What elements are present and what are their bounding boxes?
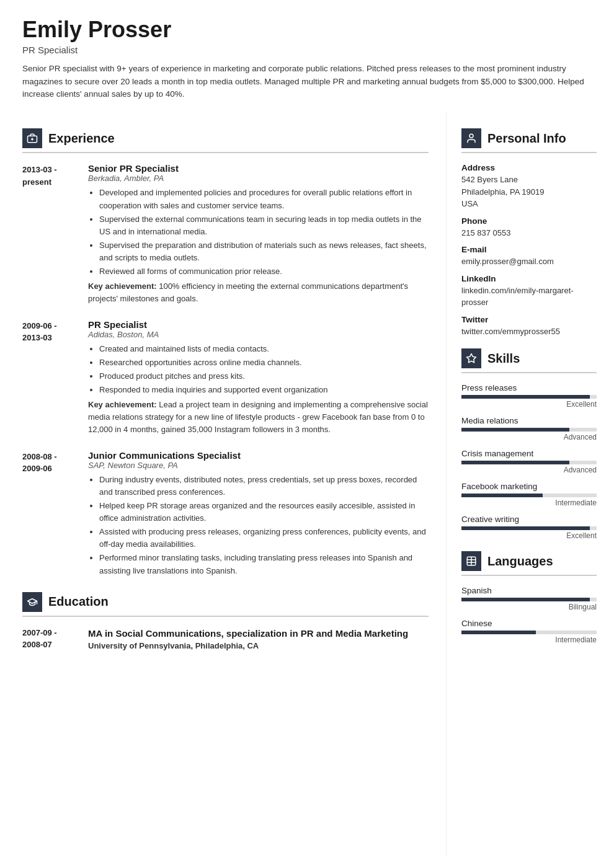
skill-item: Media relationsAdvanced	[461, 416, 597, 441]
skill-item: Crisis managementAdvanced	[461, 449, 597, 474]
personal-info-twitter-label: Twitter	[461, 315, 597, 324]
personal-info-icon	[461, 128, 481, 148]
candidate-title: PR Specialist	[22, 45, 592, 55]
language-level-label: Bilingual	[461, 603, 597, 611]
experience-bullet-item: Responded to media inquiries and support…	[99, 384, 429, 396]
skill-bar-fill	[461, 428, 569, 432]
skill-level-label: Advanced	[461, 433, 597, 441]
languages-section-title: Languages	[487, 554, 553, 569]
personal-info-email-label: E-mail	[461, 245, 597, 254]
language-bar-fill	[461, 631, 536, 634]
language-name: Spanish	[461, 586, 597, 595]
language-bar-bg	[461, 631, 597, 634]
experience-body: Junior Communications SpecialistSAP, New…	[88, 450, 429, 578]
skill-level-label: Intermediate	[461, 498, 597, 507]
skills-icon	[461, 348, 481, 368]
experience-bullets: Developed and implemented policies and p…	[88, 187, 429, 278]
experience-bullet-item: Reviewed all forms of communication prio…	[99, 265, 429, 278]
language-bar-bg	[461, 598, 597, 601]
personal-info-twitter[interactable]: twitter.com/emmyprosser55	[461, 326, 597, 338]
languages-list: SpanishBilingualChineseIntermediate	[461, 586, 597, 644]
personal-info-section-title: Personal Info	[487, 131, 566, 146]
skill-name: Crisis management	[461, 449, 597, 458]
experience-bullet-item: Performed minor translating tasks, inclu…	[99, 552, 429, 577]
skills-section-title: Skills	[487, 352, 520, 366]
experience-entry: 2009-06 - 2013-03PR SpecialistAdidas, Bo…	[22, 319, 429, 436]
personal-info-email[interactable]: emily.prosser@gmail.com	[461, 255, 597, 268]
experience-company: Adidas, Boston, MA	[88, 330, 429, 339]
left-column: Experience 2013-03 - presentSenior PR Sp…	[0, 111, 447, 856]
experience-bullet-item: Developed and implemented policies and p…	[99, 187, 429, 211]
experience-bullet-item: During industry events, distributed note…	[99, 474, 429, 498]
skill-bar-fill	[461, 395, 590, 399]
skill-level-label: Advanced	[461, 466, 597, 474]
skill-level-label: Excellent	[461, 531, 597, 540]
experience-achievement: Key achievement: 100% efficiency in meet…	[88, 280, 429, 305]
education-body: MA in Social Communications, specializat…	[88, 627, 429, 651]
svg-point-3	[469, 135, 473, 138]
personal-info-address-label: Address	[461, 163, 597, 172]
experience-company: SAP, Newton Square, PA	[88, 461, 429, 470]
personal-info-address: 542 Byers LanePhiladelphia, PA 19019USA	[461, 174, 597, 210]
experience-list: 2013-03 - presentSenior PR SpecialistBer…	[22, 163, 429, 578]
experience-body: PR SpecialistAdidas, Boston, MACreated a…	[88, 319, 429, 436]
experience-date: 2013-03 - present	[22, 163, 78, 305]
skill-name: Creative writing	[461, 515, 597, 524]
header-section: Emily Prosser PR Specialist Senior PR sp…	[0, 0, 614, 111]
experience-job-title: Senior PR Specialist	[88, 163, 429, 174]
experience-bullet-item: Researched opportunities across online m…	[99, 356, 429, 369]
experience-date: 2008-08 - 2009-06	[22, 450, 78, 578]
experience-job-title: Junior Communications Specialist	[88, 450, 429, 461]
experience-bullet-item: Helped keep PR storage areas organized a…	[99, 500, 429, 525]
experience-achievement: Key achievement: Lead a project team in …	[88, 399, 429, 436]
skills-section-header: Skills	[461, 348, 597, 373]
skill-bar-bg	[461, 494, 597, 497]
experience-company: Berkadia, Ambler, PA	[88, 174, 429, 183]
experience-bullets: During industry events, distributed note…	[88, 474, 429, 577]
language-name: Chinese	[461, 619, 597, 628]
personal-info-phone-label: Phone	[461, 216, 597, 226]
candidate-summary: Senior PR specialist with 9+ years of ex…	[22, 63, 592, 102]
personal-info-phone: 215 837 0553	[461, 227, 597, 239]
language-item: ChineseIntermediate	[461, 619, 597, 644]
skill-bar-fill	[461, 461, 569, 464]
education-school: University of Pennsylvania, Philadelphia…	[88, 641, 429, 650]
language-level-label: Intermediate	[461, 636, 597, 644]
experience-bullet-item: Assisted with producing press releases, …	[99, 526, 429, 551]
skill-item: Creative writingExcellent	[461, 515, 597, 540]
candidate-name: Emily Prosser	[22, 17, 592, 42]
skill-name: Media relations	[461, 416, 597, 425]
experience-bullet-item: Supervised the preparation and distribut…	[99, 239, 429, 264]
experience-body: Senior PR SpecialistBerkadia, Ambler, PA…	[88, 163, 429, 305]
languages-section-header: Languages	[461, 551, 597, 576]
education-icon	[22, 592, 42, 612]
skill-bar-bg	[461, 461, 597, 464]
skill-bar-bg	[461, 526, 597, 530]
experience-bullet-item: Supervised the external communications t…	[99, 213, 429, 238]
personal-info-linkedin[interactable]: linkedin.com/in/emily-margaret-prosser	[461, 285, 597, 309]
experience-section-header: Experience	[22, 128, 429, 153]
skill-level-label: Excellent	[461, 400, 597, 409]
skill-bar-fill	[461, 494, 543, 497]
experience-bullets: Created and maintained lists of media co…	[88, 343, 429, 397]
personal-info-section-header: Personal Info	[461, 128, 597, 153]
experience-entry: 2013-03 - presentSenior PR SpecialistBer…	[22, 163, 429, 305]
resume-page: Emily Prosser PR Specialist Senior PR sp…	[0, 0, 614, 868]
skill-name: Facebook marketing	[461, 482, 597, 491]
language-item: SpanishBilingual	[461, 586, 597, 611]
education-section-title: Education	[48, 595, 109, 609]
education-date: 2007-09 - 2008-07	[22, 627, 78, 651]
experience-date: 2009-06 - 2013-03	[22, 319, 78, 436]
skills-list: Press releasesExcellentMedia relationsAd…	[461, 383, 597, 540]
education-list: 2007-09 - 2008-07MA in Social Communicat…	[22, 627, 429, 651]
experience-bullet-item: Created and maintained lists of media co…	[99, 343, 429, 355]
education-degree: MA in Social Communications, specializat…	[88, 627, 429, 640]
education-entry: 2007-09 - 2008-07MA in Social Communicat…	[22, 627, 429, 651]
experience-bullet-item: Produced product pitches and press kits.	[99, 370, 429, 383]
languages-icon	[461, 551, 481, 571]
skill-bar-fill	[461, 526, 590, 530]
svg-marker-4	[467, 354, 476, 363]
experience-icon	[22, 128, 42, 148]
skill-name: Press releases	[461, 383, 597, 392]
experience-section-title: Experience	[48, 131, 115, 146]
